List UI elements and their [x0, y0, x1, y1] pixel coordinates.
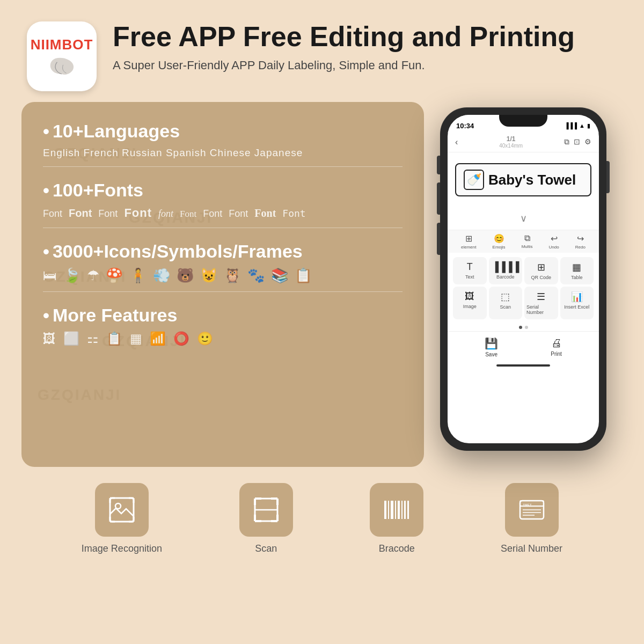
- grid-scan[interactable]: ⬚ Scan: [489, 287, 523, 319]
- toolbar-redo[interactable]: ↪ Redo: [575, 233, 586, 250]
- image-recognition-icon: [108, 496, 135, 523]
- layers-icon[interactable]: ⊡: [574, 137, 580, 147]
- font-sample-10: Font: [282, 208, 305, 219]
- more-section: • More Features 🖼 ⬜ ⚏ 📋 ▦ 📶 ⭕ 🙂: [43, 305, 402, 346]
- bottom-scan: Scan: [239, 483, 293, 554]
- image-recognition-label: Image Recognition: [82, 543, 162, 554]
- divider-2: [43, 228, 402, 228]
- element-icon: ⊞: [465, 233, 472, 244]
- svg-rect-6: [391, 501, 393, 519]
- header-text: Free APP Free Editing and Printing A Sup…: [113, 21, 617, 74]
- wifi-icon: ▲: [579, 122, 585, 129]
- status-icons: ▐▐▐ ▲ ▮: [565, 122, 590, 129]
- more-icons-row: 🖼 ⬜ ⚏ 📋 ▦ 📶 ⭕ 🙂: [43, 331, 402, 346]
- save-label: Save: [485, 352, 497, 357]
- bottom-serial: IMEI Serial Number: [501, 483, 562, 554]
- toolbar-element[interactable]: ⊞ element: [461, 233, 476, 250]
- grid-text[interactable]: T Text: [453, 257, 487, 284]
- icon-fan: 💨: [153, 267, 170, 284]
- image-recognition-box: [95, 483, 149, 537]
- grid-qrcode[interactable]: ⊞ QR Code: [524, 257, 558, 284]
- toolbar-undo[interactable]: ↩ Undo: [549, 233, 559, 250]
- grid-excel[interactable]: 📊 Insert Excel: [560, 287, 594, 319]
- back-icon[interactable]: ‹: [455, 137, 458, 147]
- emojis-icon: 😊: [494, 233, 504, 244]
- icon-layers: 📚: [271, 267, 288, 284]
- grid-serial[interactable]: ☰ Serial Number: [524, 287, 558, 319]
- settings-icon[interactable]: ⚙: [584, 137, 591, 147]
- fonts-section: • 100+Fonts Font Font Font Font font Fon…: [43, 180, 402, 228]
- icon-bear: 🐻: [177, 267, 194, 284]
- multis-label: Multis: [522, 244, 533, 249]
- element-label: element: [461, 245, 476, 250]
- scan-label: Scan: [500, 304, 511, 310]
- font-sample-8: Font: [229, 208, 248, 219]
- svg-rect-4: [384, 501, 386, 519]
- serial-box-icon: IMEI: [518, 496, 545, 523]
- text-label: Text: [465, 274, 474, 280]
- copy-icon[interactable]: ⧉: [564, 137, 569, 147]
- label-size: 40x14mm: [499, 143, 523, 149]
- svg-rect-7: [395, 501, 396, 519]
- save-button[interactable]: 💾 Save: [485, 337, 498, 357]
- print-button[interactable]: 🖨 Print: [551, 337, 562, 357]
- silent-button: [437, 156, 440, 174]
- excel-label: Insert Excel: [564, 304, 589, 310]
- phone-outer: 10:34 ▐▐▐ ▲ ▮ ‹ 1/1 40x14mm: [440, 107, 606, 451]
- power-button: [606, 161, 610, 193]
- watermark-5: GZQIANJI: [38, 386, 121, 404]
- bottle-icon: 🍼: [467, 173, 481, 187]
- phone-grid: T Text ▐▐▐▐ Barcode ⊞ QR Code ▦: [448, 253, 599, 324]
- undo-icon: ↩: [551, 233, 558, 244]
- font-sample-5: font: [158, 208, 173, 219]
- text-icon: T: [467, 261, 473, 273]
- barcode-box: [370, 483, 423, 537]
- label-icon-box: 🍼: [464, 170, 484, 190]
- bullet-3: •: [43, 241, 49, 262]
- dot-1: [519, 326, 522, 329]
- bullet-4: •: [43, 305, 49, 326]
- phone-bottom-bar: 💾 Save 🖨 Print: [448, 331, 599, 362]
- feat-image: 🖼: [43, 331, 56, 346]
- divider-3: [43, 291, 402, 292]
- feat-crop: ⬜: [63, 331, 79, 346]
- print-label: Print: [551, 351, 562, 357]
- svg-rect-8: [398, 501, 400, 519]
- print-icon: 🖨: [551, 337, 562, 349]
- barcode-label: Barcode: [496, 274, 515, 280]
- volume-down-button: [437, 223, 440, 255]
- feat-qr: ⚏: [87, 331, 99, 346]
- svg-rect-5: [388, 501, 389, 519]
- grid-barcode[interactable]: ▐▐▐▐ Barcode: [489, 257, 523, 284]
- save-icon: 💾: [485, 337, 498, 350]
- phone-container: 10:34 ▐▐▐ ▲ ▮ ‹ 1/1 40x14mm: [440, 102, 623, 467]
- languages-title: • 10+Languages: [43, 121, 402, 142]
- font-sample-1: Font: [43, 208, 62, 219]
- toolbar-multis[interactable]: ⧉ Multis: [522, 233, 533, 250]
- top-section: NIIMBOT Free APP Free Editing and Printi…: [0, 0, 644, 102]
- home-indicator: [496, 364, 550, 367]
- font-sample-2: Font: [69, 207, 92, 219]
- bullet-2: •: [43, 180, 49, 201]
- more-title: • More Features: [43, 305, 402, 326]
- grid-table[interactable]: ▦ Table: [560, 257, 594, 284]
- phone-notch: [499, 115, 547, 127]
- svg-rect-9: [401, 501, 402, 519]
- home-bar: [448, 362, 599, 369]
- feat-list: 📋: [106, 331, 122, 346]
- toolbar-emojis[interactable]: 😊 Emojis: [493, 233, 506, 250]
- icons-title: • 3000+Icons/Symbols/Frames: [43, 241, 402, 262]
- app-name: NIIMBOT: [31, 36, 93, 53]
- icon-owl: 🦉: [224, 267, 241, 284]
- svg-text:IMEI: IMEI: [523, 503, 532, 508]
- scan-icon: ⬚: [501, 291, 510, 303]
- icon-umbrella: ☂: [87, 267, 99, 284]
- phone-header: ‹ 1/1 40x14mm ⧉ ⊡ ⚙: [448, 133, 599, 152]
- table-icon: ▦: [572, 261, 581, 273]
- font-sample-7: Font: [203, 208, 222, 219]
- icon-table-sym: 📋: [295, 267, 312, 284]
- left-card: GZQIANJI GZQIANJI GZQIANJI GZQIANJI GZQI…: [21, 102, 424, 467]
- grid-image[interactable]: 🖼 Image: [453, 287, 487, 319]
- excel-icon: 📊: [571, 291, 583, 303]
- signal-icon: ▐▐▐: [565, 122, 577, 129]
